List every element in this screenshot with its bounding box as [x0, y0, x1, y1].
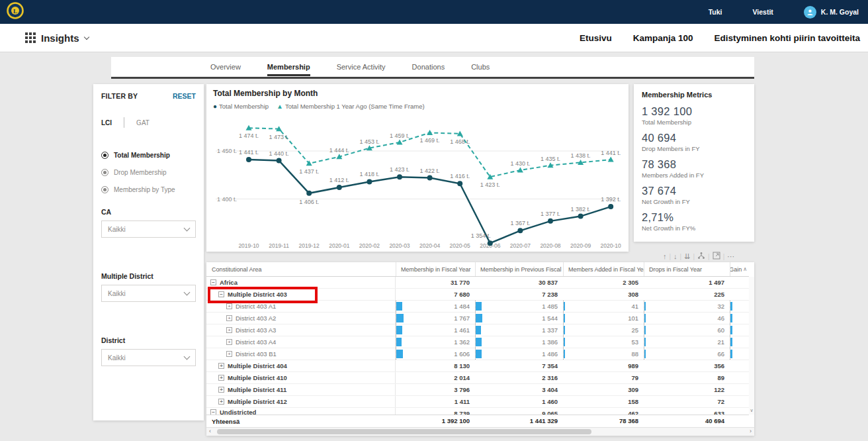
- value-cell[interactable]: 53: [563, 336, 644, 348]
- value-cell[interactable]: 60: [644, 324, 730, 336]
- gain-cell[interactable]: [730, 324, 749, 336]
- value-cell[interactable]: 79: [563, 372, 644, 383]
- value-cell[interactable]: 88: [563, 348, 644, 360]
- table-row-multiple-district-410[interactable]: +Multiple District 4102 0142 3167989: [206, 372, 749, 384]
- column-header-constitutional-area[interactable]: Constitutional Area: [206, 262, 396, 276]
- table-row-multiple-district-403[interactable]: −Multiple District 4037 6807 238308225: [206, 289, 749, 301]
- expand-all-levels-icon[interactable]: [697, 252, 705, 261]
- scrollbar-thumb[interactable]: [217, 429, 591, 434]
- value-cell[interactable]: 21: [644, 336, 730, 348]
- value-cell[interactable]: 41: [563, 301, 644, 312]
- dropdown-multiple-district[interactable]: Kaikki: [101, 285, 196, 302]
- gain-cell[interactable]: [730, 384, 749, 395]
- row-label-cell[interactable]: +District 403 B1: [206, 348, 396, 360]
- data-point[interactable]: [578, 214, 584, 219]
- value-cell[interactable]: 89: [644, 372, 730, 383]
- value-cell[interactable]: 1 606: [396, 348, 475, 360]
- toggle-gat[interactable]: GAT: [136, 119, 150, 126]
- column-header-drops-in-fiscal-year[interactable]: Drops in Fiscal Year: [644, 262, 730, 276]
- expand-icon[interactable]: +: [226, 327, 232, 333]
- row-label-cell[interactable]: +Multiple District 411: [206, 384, 396, 395]
- horizontal-scrollbar[interactable]: ‹ ›: [206, 427, 754, 436]
- data-point[interactable]: [488, 240, 493, 246]
- value-cell[interactable]: 122: [644, 384, 730, 395]
- row-label-cell[interactable]: +District 403 A4: [206, 336, 396, 348]
- value-cell[interactable]: 1 337: [475, 324, 563, 336]
- nav-link-kampanja-100[interactable]: Kampanja 100: [633, 33, 693, 43]
- topbar-link-viestit[interactable]: Viestit: [752, 8, 773, 16]
- value-cell[interactable]: 1 544: [475, 313, 563, 324]
- table-row-multiple-district-411[interactable]: +Multiple District 4113 7963 404309122: [206, 384, 749, 396]
- value-cell[interactable]: 308: [563, 289, 644, 300]
- more-options-icon[interactable]: ⋯: [727, 252, 734, 261]
- user-menu[interactable]: K. M. Goyal: [804, 6, 859, 19]
- row-label-cell[interactable]: −Africa: [206, 277, 396, 288]
- value-cell[interactable]: 2 316: [475, 372, 563, 383]
- value-cell[interactable]: 1 497: [644, 277, 730, 288]
- value-cell[interactable]: 30 837: [475, 277, 563, 288]
- dropdown-ca[interactable]: Kaikki: [101, 220, 196, 238]
- value-cell[interactable]: 1 362: [396, 336, 475, 348]
- row-label-cell[interactable]: +Multiple District 404: [206, 360, 396, 371]
- gain-cell[interactable]: [730, 301, 749, 312]
- value-cell[interactable]: 8 130: [396, 360, 475, 371]
- drill-down-icon[interactable]: ↓: [673, 252, 677, 260]
- reset-button[interactable]: RESET: [173, 92, 196, 100]
- value-cell[interactable]: 2 305: [563, 277, 644, 288]
- value-cell[interactable]: 66: [644, 348, 730, 360]
- collapse-icon[interactable]: −: [210, 279, 216, 285]
- data-point[interactable]: [608, 204, 613, 209]
- radio-total-membership[interactable]: Total Membership: [101, 152, 196, 159]
- nav-link-edistyminen-kohti-piirin-tavoitteita[interactable]: Edistyminen kohti piirin tavoitteita: [714, 33, 860, 43]
- value-cell[interactable]: 7 238: [475, 289, 563, 300]
- radio-drop-membership[interactable]: Drop Membership: [101, 169, 196, 176]
- expand-icon[interactable]: +: [218, 387, 224, 393]
- data-point[interactable]: [608, 157, 614, 162]
- expand-icon[interactable]: +: [226, 315, 232, 321]
- data-point[interactable]: [427, 175, 433, 181]
- data-point[interactable]: [517, 228, 523, 233]
- expand-icon[interactable]: +: [218, 399, 224, 405]
- nav-link-etusivu[interactable]: Etusivu: [580, 33, 612, 43]
- tab-overview[interactable]: Overview: [210, 57, 241, 77]
- value-cell[interactable]: 2 014: [396, 372, 475, 383]
- radio-membership-by-type[interactable]: Membership by Type: [101, 186, 196, 193]
- value-cell[interactable]: 1 486: [475, 348, 563, 360]
- lions-logo-icon[interactable]: L: [7, 2, 24, 22]
- data-point[interactable]: [457, 181, 462, 186]
- expand-icon[interactable]: +: [226, 351, 232, 357]
- column-header-membership-in-fiscal-year[interactable]: Membership in Fiscal Year: [396, 262, 475, 276]
- gain-cell[interactable]: [730, 372, 749, 383]
- value-cell[interactable]: 225: [644, 289, 730, 300]
- value-cell[interactable]: 7 354: [475, 360, 563, 371]
- tab-service-activity[interactable]: Service Activity: [337, 57, 386, 77]
- tab-donations[interactable]: Donations: [412, 57, 445, 77]
- value-cell[interactable]: 72: [644, 396, 730, 407]
- value-cell[interactable]: 1 461: [396, 324, 475, 336]
- data-point[interactable]: [306, 191, 312, 196]
- table-row-district-403-a1[interactable]: +District 403 A11 4841 4854132: [206, 301, 749, 313]
- focus-mode-icon[interactable]: [713, 252, 720, 261]
- column-header-gain[interactable]: Gain∧: [730, 262, 749, 276]
- table-row-district-403-a3[interactable]: +District 403 A31 4611 3372560: [206, 324, 749, 336]
- table-row-district-403-a2[interactable]: +District 403 A21 7671 54410146: [206, 313, 749, 324]
- value-cell[interactable]: 7 680: [396, 289, 475, 300]
- expand-next-level-icon[interactable]: ⇊: [684, 252, 690, 261]
- table-row-district-403-b1[interactable]: +District 403 B11 6061 4868866: [206, 348, 749, 360]
- gain-cell[interactable]: [730, 360, 749, 371]
- row-label-cell[interactable]: +District 403 A1: [206, 301, 396, 312]
- column-header-membership-in-previous-fiscal-year[interactable]: Membership in Previous Fiscal Year: [475, 262, 563, 276]
- expand-icon[interactable]: +: [218, 363, 224, 369]
- data-point[interactable]: [337, 185, 342, 190]
- value-cell[interactable]: 101: [563, 313, 644, 324]
- value-cell[interactable]: 1 460: [475, 396, 563, 407]
- dropdown-district[interactable]: Kaikki: [101, 349, 196, 366]
- tab-membership[interactable]: Membership: [267, 57, 310, 77]
- column-header-members-added-in-fiscal-year[interactable]: Members Added in Fiscal Year: [563, 262, 644, 276]
- value-cell[interactable]: 32: [644, 301, 730, 312]
- value-cell[interactable]: 989: [563, 360, 644, 371]
- value-cell[interactable]: 158: [563, 396, 644, 407]
- row-label-cell[interactable]: +District 403 A3: [206, 324, 396, 336]
- value-cell[interactable]: 31 770: [396, 277, 475, 288]
- gain-cell[interactable]: [730, 289, 749, 300]
